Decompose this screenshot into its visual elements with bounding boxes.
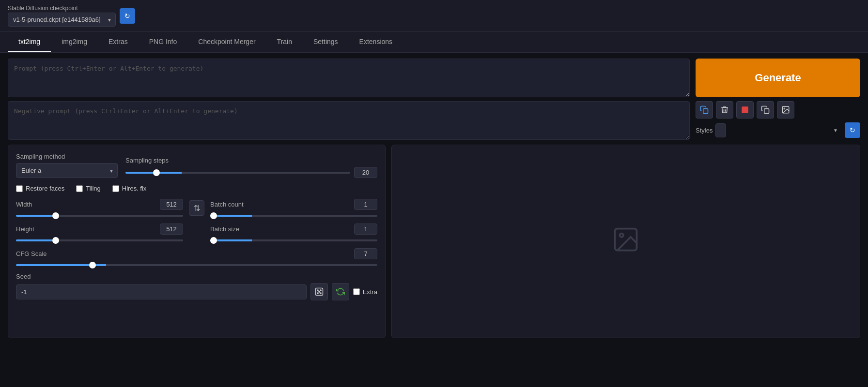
checkpoint-label: Stable Diffusion checkpoint — [8, 5, 116, 12]
top-bar: Stable Diffusion checkpoint v1-5-pruned.… — [0, 0, 868, 32]
height-batchsize-row: Height 512 Batch size 1 — [16, 223, 377, 241]
batch-size-value: 1 — [354, 223, 377, 235]
output-placeholder — [611, 225, 640, 258]
batch-size-section: Batch size 1 — [210, 223, 377, 241]
width-label-row: Width 512 — [16, 199, 183, 210]
svg-point-6 — [317, 290, 318, 291]
seed-recycle-button[interactable] — [332, 283, 349, 300]
svg-rect-1 — [742, 106, 748, 113]
tab-settings[interactable]: Settings — [303, 32, 349, 52]
batch-count-value: 1 — [354, 199, 377, 210]
seed-input-row: Extra — [16, 283, 377, 300]
svg-point-4 — [784, 108, 785, 109]
output-panel — [391, 145, 860, 338]
restore-faces-checkbox[interactable]: Restore faces — [16, 185, 64, 192]
cfg-slider[interactable] — [16, 264, 377, 266]
tab-img2img[interactable]: img2img — [51, 32, 98, 52]
tab-txt2img[interactable]: txt2img — [8, 32, 51, 52]
batch-size-slider[interactable] — [210, 239, 377, 241]
cfg-row: CFG Scale 7 — [16, 248, 377, 266]
checkpoint-select[interactable]: v1-5-pruned.ckpt [e1441589a6] — [8, 13, 116, 27]
width-value: 512 — [160, 199, 183, 210]
sampling-method-label: Sampling method — [16, 153, 118, 160]
tab-extras[interactable]: Extras — [98, 32, 139, 52]
checkpoint-section: Stable Diffusion checkpoint v1-5-pruned.… — [8, 5, 135, 27]
restore-faces-label: Restore faces — [26, 185, 64, 192]
hires-fix-checkbox[interactable]: Hires. fix — [112, 185, 147, 192]
sampling-steps-slider[interactable] — [125, 172, 350, 174]
sampling-steps-section: Sampling steps 20 — [125, 157, 377, 178]
styles-refresh-button[interactable]: ↻ — [845, 122, 860, 138]
sampling-method-select-wrapper[interactable]: Euler a — [16, 163, 118, 178]
tab-png-info[interactable]: PNG Info — [139, 32, 188, 52]
extra-label: Extra — [363, 288, 377, 296]
height-label: Height — [16, 225, 34, 233]
width-slider[interactable] — [16, 215, 183, 217]
top-section: Generate Styles — [8, 59, 860, 140]
batch-count-slider[interactable] — [210, 215, 377, 217]
extra-checkbox[interactable]: Extra — [353, 288, 377, 296]
prompts-area — [8, 59, 690, 140]
negative-prompt[interactable] — [8, 101, 690, 140]
sampling-steps-label: Sampling steps — [125, 157, 377, 164]
sampling-row: Sampling method Euler a Sampling steps 2… — [16, 153, 377, 178]
batch-size-label: Batch size — [210, 225, 239, 233]
extra-input[interactable] — [353, 288, 360, 295]
right-panel: Generate Styles — [696, 59, 860, 140]
cfg-label: CFG Scale — [16, 250, 47, 257]
height-value: 512 — [160, 223, 183, 235]
svg-rect-2 — [764, 109, 769, 114]
hires-fix-label: Hires. fix — [122, 185, 147, 192]
height-label-row: Height 512 — [16, 223, 183, 235]
styles-label: Styles — [696, 127, 713, 134]
bottom-section: Sampling method Euler a Sampling steps 2… — [8, 145, 860, 338]
svg-point-9 — [320, 293, 321, 294]
width-section: Width 512 — [16, 199, 183, 217]
styles-row: Styles ↻ — [696, 122, 860, 138]
batch-count-section: Batch count 1 — [210, 199, 377, 217]
styles-select-wrapper[interactable] — [715, 123, 842, 137]
dimensions-row: Width 512 ⇅ Batch count 1 — [16, 199, 377, 217]
seed-input[interactable] — [16, 284, 307, 299]
checkboxes-row: Restore faces Tiling Hires. fix — [16, 185, 377, 192]
tab-checkpoint-merger[interactable]: Checkpoint Merger — [187, 32, 266, 52]
cfg-value: 7 — [354, 248, 377, 259]
svg-point-10 — [319, 291, 320, 292]
height-section: Height 512 — [16, 223, 183, 241]
trash-button[interactable] — [716, 101, 733, 119]
swap-dimensions-button[interactable]: ⇅ — [189, 200, 204, 216]
restore-faces-input[interactable] — [16, 185, 23, 192]
generate-button[interactable]: Generate — [696, 59, 860, 97]
paste-button[interactable] — [696, 101, 713, 119]
tabs-bar: txt2img img2img Extras PNG Info Checkpoi… — [0, 32, 868, 53]
seed-label: Seed — [16, 273, 377, 280]
seed-row: Seed Extra — [16, 273, 377, 300]
cfg-label-row: CFG Scale 7 — [16, 248, 377, 259]
sampling-method-select[interactable]: Euler a — [16, 163, 118, 178]
tab-extensions[interactable]: Extensions — [349, 32, 403, 52]
styles-select[interactable] — [715, 123, 726, 137]
svg-point-12 — [620, 233, 624, 237]
sampling-method-section: Sampling method Euler a — [16, 153, 118, 178]
red-button[interactable] — [736, 101, 754, 119]
tab-train[interactable]: Train — [266, 32, 303, 52]
width-label: Width — [16, 201, 32, 208]
tiling-label: Tiling — [86, 185, 101, 192]
batch-count-label: Batch count — [210, 201, 244, 208]
svg-rect-0 — [703, 109, 708, 114]
sampling-steps-value: 20 — [354, 167, 377, 178]
positive-prompt[interactable] — [8, 59, 690, 97]
main-content: Generate Styles — [0, 53, 868, 344]
batch-size-label-row: Batch size 1 — [210, 223, 377, 235]
tiling-checkbox[interactable]: Tiling — [76, 185, 101, 192]
checkpoint-refresh-button[interactable]: ↻ — [120, 8, 135, 24]
checkpoint-select-wrapper[interactable]: v1-5-pruned.ckpt [e1441589a6] — [8, 13, 116, 27]
seed-dice-button[interactable] — [310, 283, 328, 300]
clipboard-button[interactable] — [757, 101, 774, 119]
hires-fix-input[interactable] — [112, 185, 119, 192]
image-button[interactable] — [777, 101, 794, 119]
height-slider[interactable] — [16, 239, 183, 241]
tiling-input[interactable] — [76, 185, 83, 192]
sampling-steps-slider-row: 20 — [125, 167, 377, 178]
controls-panel: Sampling method Euler a Sampling steps 2… — [8, 145, 386, 338]
